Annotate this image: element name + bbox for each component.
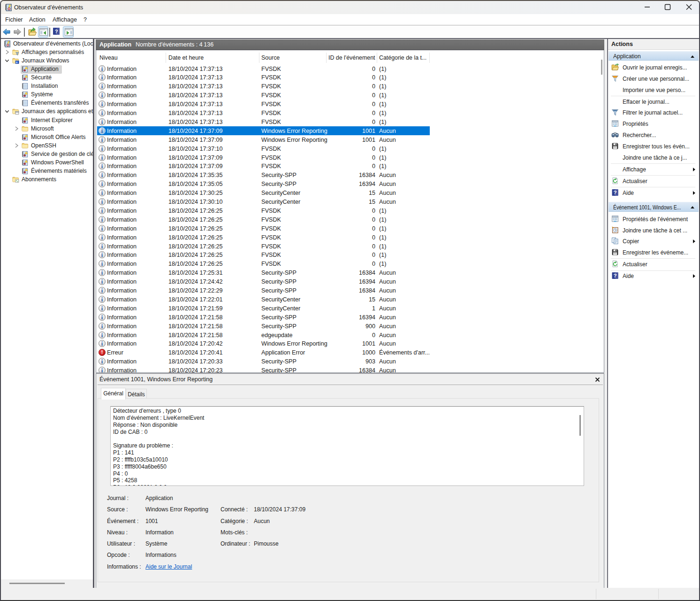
- svg-text:?: ?: [55, 29, 58, 34]
